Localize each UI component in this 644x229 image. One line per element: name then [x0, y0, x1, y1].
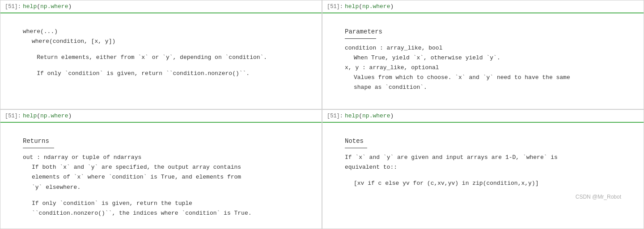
cell-header-bottom-right: [51]: help(np.where): [322, 110, 644, 123]
doc-line: If `x` and `y` are given and input array…: [345, 153, 626, 162]
doc-line: If both `x` and `y` are specified, the o…: [23, 162, 304, 172]
doc-line: where(condition, [x, y]): [23, 37, 304, 46]
section-title-notes: Notes: [345, 136, 626, 147]
cell-code-bottom-right: help(np.where): [345, 112, 394, 119]
doc-line: shape as `condition`.: [345, 83, 626, 92]
doc-line: equivalent to::: [345, 162, 626, 172]
fn-arg-tr: np.where: [362, 3, 390, 10]
doc-line: elements of `x` where `condition` is Tru…: [23, 172, 304, 182]
doc-line: If only `condition` is given, return the…: [23, 199, 304, 208]
section-title-returns: Returns: [23, 136, 304, 147]
cell-code-top-right: help(np.where): [345, 3, 394, 10]
cell-top-left: [51]: help(np.where) where(...) where(co…: [0, 0, 322, 109]
section-title-params: Parameters: [345, 27, 626, 37]
fn-help-bl: help: [23, 112, 37, 119]
cell-bottom-right: [51]: help(np.where) Notes If `x` and `y…: [322, 109, 644, 229]
cell-body-bottom-right: Notes If `x` and `y` are given and input…: [322, 123, 644, 212]
cell-number-top-right: [51]:: [327, 4, 343, 10]
doc-line: ``condition.nonzero()``, the indices whe…: [23, 208, 304, 218]
cell-number-bottom-left: [51]:: [5, 113, 21, 119]
cell-code-top-left: help(np.where): [23, 3, 72, 10]
doc-line: If only `condition` is given, return ``c…: [23, 69, 304, 79]
fn-arg-bl: np.where: [40, 112, 68, 119]
doc-line: condition : array_like, bool: [345, 43, 626, 53]
doc-line: Values from which to choose. `x` and `y`…: [345, 73, 626, 83]
page-container: [51]: help(np.where) where(...) where(co…: [0, 0, 644, 229]
doc-line: Return elements, either from `x` or `y`,…: [23, 53, 304, 62]
cell-header-top-left: [51]: help(np.where): [0, 0, 322, 13]
cell-header-bottom-left: [51]: help(np.where): [0, 110, 322, 123]
section-underline: [345, 38, 376, 39]
cell-body-top-right: Parameters condition : array_like, bool …: [322, 13, 644, 108]
cell-top-right: [51]: help(np.where) Parameters conditio…: [322, 0, 644, 109]
doc-line: where(...): [23, 27, 304, 37]
cell-code-bottom-left: help(np.where): [23, 112, 72, 119]
fn-help-tl: help: [23, 3, 37, 10]
cell-body-top-left: where(...) where(condition, [x, y]) Retu…: [0, 13, 322, 94]
fn-arg-br: np.where: [362, 112, 390, 119]
section-underline-returns: [23, 148, 54, 148]
doc-line: `y` elsewhere.: [23, 183, 304, 192]
doc-line: out : ndarray or tuple of ndarrays: [23, 153, 304, 162]
doc-line: [xv if c else yv for (c,xv,yv) in zip(co…: [345, 179, 626, 188]
cell-body-bottom-left: Returns out : ndarray or tuple of ndarra…: [0, 123, 322, 227]
cell-bottom-left: [51]: help(np.where) Returns out : ndarr…: [0, 109, 322, 229]
cell-number-bottom-right: [51]:: [327, 113, 343, 119]
cell-number-top-left: [51]:: [5, 4, 21, 10]
fn-help-br: help: [345, 112, 359, 119]
doc-line: x, y : array_like, optional: [345, 63, 626, 73]
cell-header-top-right: [51]: help(np.where): [322, 0, 644, 13]
section-underline-notes: [345, 148, 367, 148]
fn-help-tr: help: [345, 3, 359, 10]
doc-line: When True, yield `x`, otherwise yield `y…: [345, 53, 626, 63]
watermark: CSDN @Mr_Robot: [345, 191, 626, 203]
fn-arg-tl: np.where: [40, 3, 68, 10]
